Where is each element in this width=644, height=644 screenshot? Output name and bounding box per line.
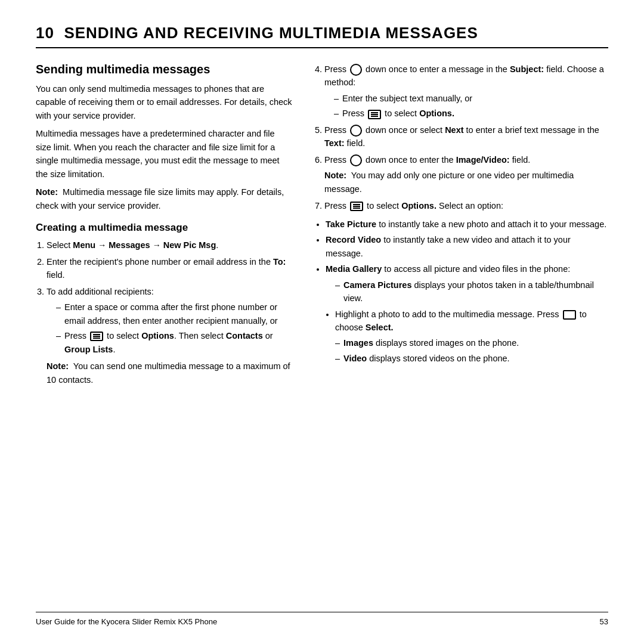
steps-list-left: Select Menu → Messages → New Pic Msg. En…: [36, 239, 292, 386]
step-1: Select Menu → Messages → New Pic Msg.: [47, 239, 292, 252]
step4-sub-1: Enter the subject text manually, or: [334, 92, 608, 105]
note-file-size: Note: Multimedia message file size limit…: [36, 185, 292, 212]
step3-subitems: Enter a space or comma after the first p…: [47, 301, 292, 356]
steps-list-right: Press down once to enter a message in th…: [314, 63, 608, 213]
highlight-photo-item: Highlight a photo to add to the multimed…: [335, 308, 608, 335]
step3-note: Note: You can send one multimedia messag…: [47, 360, 292, 386]
highlight-item: Highlight a photo to add to the multimed…: [326, 308, 608, 335]
select-icon: [563, 310, 576, 320]
right-column: Press down once to enter a message in th…: [314, 63, 608, 602]
step4-sub-2: Press to select Options.: [334, 107, 608, 120]
options-icon-step4: [368, 110, 381, 119]
content-columns: Sending multimedia messages You can only…: [36, 63, 608, 602]
left-column: Sending multimedia messages You can only…: [36, 63, 292, 602]
step-2: Enter the recipient's phone number or em…: [47, 255, 292, 282]
step3-sub-2: Press to select Options. Then select Con…: [56, 329, 292, 356]
navpad-icon-step5: [350, 125, 362, 137]
intro-para-2: Multimedia messages have a predetermined…: [36, 127, 292, 181]
chapter-number: 10: [36, 24, 54, 42]
chapter-title: 10 Sending and Receiving Multimedia Mess…: [36, 24, 608, 42]
images-item: Images displays stored images on the pho…: [335, 336, 608, 349]
step-3: To add additional recipients: Enter a sp…: [47, 285, 292, 386]
subsection-title-creating: Creating a multimedia message: [36, 222, 292, 234]
page-header: 10 Sending and Receiving Multimedia Mess…: [36, 24, 608, 48]
camera-pictures-item: Camera Pictures displays your photos tak…: [335, 278, 608, 305]
step-6: Press down once to enter the Image/Video…: [324, 153, 608, 196]
step4-subitems: Enter the subject text manually, or Pres…: [324, 92, 608, 120]
page: 10 Sending and Receiving Multimedia Mess…: [0, 0, 644, 644]
bullet-record-video: Record Video to instantly take a new vid…: [326, 233, 608, 260]
step6-note: Note: You may add only one picture or on…: [324, 169, 608, 196]
chapter-title-text: Sending and Receiving Multimedia Message…: [64, 24, 478, 42]
options-icon-step7: [350, 202, 363, 211]
bullet-media-gallery: Media Gallery to access all picture and …: [326, 262, 608, 365]
bullet-items-list: Take Picture to instantly take a new pho…: [314, 218, 608, 366]
navpad-icon-step4: [350, 64, 362, 76]
bullet-take-picture: Take Picture to instantly take a new pho…: [326, 218, 608, 231]
step-4: Press down once to enter a message in th…: [324, 63, 608, 120]
step3-sub-1: Enter a space or comma after the first p…: [56, 301, 292, 327]
media-gallery-subitems: Camera Pictures displays your photos tak…: [326, 278, 608, 305]
video-item: Video displays stored videos on the phon…: [335, 352, 608, 365]
navpad-icon-step6: [350, 154, 362, 166]
options-icon-step3: [90, 332, 103, 341]
footer-left: User Guide for the Kyocera Slider Remix …: [36, 617, 217, 626]
footer-page-number: 53: [600, 617, 608, 626]
section-title-sending: Sending multimedia messages: [36, 63, 292, 76]
page-footer: User Guide for the Kyocera Slider Remix …: [36, 612, 608, 626]
intro-para-1: You can only send multimedia messages to…: [36, 82, 292, 122]
images-video-subitems: Images displays stored images on the pho…: [326, 336, 608, 365]
step-7: Press to select Options. Select an optio…: [324, 199, 608, 212]
step-5: Press down once or select Next to enter …: [324, 123, 608, 150]
